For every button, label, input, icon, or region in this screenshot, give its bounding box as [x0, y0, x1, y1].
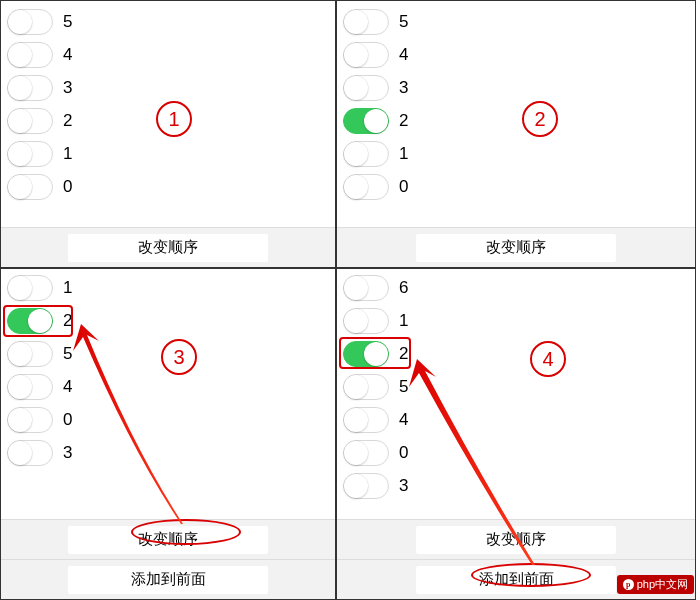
item-label: 5 — [399, 377, 408, 397]
toggle-switch[interactable] — [7, 275, 53, 301]
list-item: 1 — [343, 304, 689, 337]
list-item: 4 — [7, 370, 329, 403]
button-label: 改变顺序 — [138, 238, 198, 257]
list-item: 4 — [7, 38, 329, 71]
watermark: p php中文网 — [617, 575, 694, 594]
change-order-button[interactable]: 改变顺序 — [416, 526, 616, 554]
toggle-switch[interactable] — [343, 108, 389, 134]
toggle-switch[interactable] — [343, 440, 389, 466]
item-label: 3 — [63, 78, 72, 98]
button-row: 改变顺序 — [1, 519, 335, 559]
button-label: 添加到前面 — [131, 570, 206, 589]
item-label: 1 — [63, 278, 72, 298]
annotation-badge-3: 3 — [161, 339, 197, 375]
list-item: 1 — [7, 137, 329, 170]
toggle-switch[interactable] — [7, 108, 53, 134]
list-item: 3 — [343, 469, 689, 502]
list-item: 1 — [343, 137, 689, 170]
change-order-button[interactable]: 改变顺序 — [416, 234, 616, 262]
list-item: 3 — [7, 436, 329, 469]
item-label: 3 — [63, 443, 72, 463]
item-label: 0 — [399, 177, 408, 197]
item-label: 2 — [63, 311, 72, 331]
annotation-badge-2: 2 — [522, 101, 558, 137]
toggle-switch[interactable] — [343, 308, 389, 334]
change-order-button[interactable]: 改变顺序 — [68, 526, 268, 554]
list-item: 0 — [7, 170, 329, 203]
badge-number: 2 — [534, 108, 545, 131]
list-item: 5 — [7, 5, 329, 38]
badge-number: 4 — [542, 348, 553, 371]
toggle-switch[interactable] — [343, 407, 389, 433]
list-item: 2 — [343, 337, 689, 370]
item-label: 4 — [399, 45, 408, 65]
toggle-switch[interactable] — [343, 275, 389, 301]
toggle-switch[interactable] — [343, 174, 389, 200]
list-item: 1 — [7, 271, 329, 304]
annotation-badge-1: 1 — [156, 101, 192, 137]
list-item: 3 — [7, 71, 329, 104]
add-to-front-button[interactable]: 添加到前面 — [416, 566, 616, 594]
toggle-switch[interactable] — [343, 473, 389, 499]
button-label: 添加到前面 — [479, 570, 554, 589]
item-label: 2 — [63, 111, 72, 131]
list-area: 6 1 2 5 4 0 3 — [337, 269, 695, 519]
toggle-switch[interactable] — [343, 42, 389, 68]
list-item: 6 — [343, 271, 689, 304]
item-label: 5 — [399, 12, 408, 32]
panel-3: 1 2 5 4 0 3 — [0, 268, 336, 600]
button-row: 添加到前面 — [1, 559, 335, 599]
list-item: 3 — [343, 71, 689, 104]
toggle-switch[interactable] — [343, 75, 389, 101]
button-label: 改变顺序 — [138, 530, 198, 549]
toggle-switch[interactable] — [7, 407, 53, 433]
button-label: 改变顺序 — [486, 238, 546, 257]
watermark-text: php中文网 — [637, 577, 688, 592]
item-label: 0 — [63, 410, 72, 430]
toggle-switch[interactable] — [343, 141, 389, 167]
button-row: 改变顺序 — [337, 227, 695, 267]
toggle-switch[interactable] — [343, 341, 389, 367]
item-label: 4 — [63, 45, 72, 65]
button-label: 改变顺序 — [486, 530, 546, 549]
toggle-switch[interactable] — [7, 440, 53, 466]
toggle-switch[interactable] — [7, 9, 53, 35]
badge-number: 3 — [173, 346, 184, 369]
item-label: 3 — [399, 78, 408, 98]
list-item: 5 — [343, 370, 689, 403]
item-label: 1 — [399, 144, 408, 164]
toggle-switch[interactable] — [7, 141, 53, 167]
item-label: 5 — [63, 344, 72, 364]
item-label: 0 — [63, 177, 72, 197]
list-area: 5 4 3 2 1 0 — [337, 1, 695, 227]
item-label: 6 — [399, 278, 408, 298]
list-item: 0 — [343, 170, 689, 203]
list-item: 5 — [343, 5, 689, 38]
item-label: 2 — [399, 344, 408, 364]
list-item: 0 — [7, 403, 329, 436]
annotation-badge-4: 4 — [530, 341, 566, 377]
list-item: 0 — [343, 436, 689, 469]
toggle-switch[interactable] — [7, 75, 53, 101]
list-item: 4 — [343, 38, 689, 71]
button-row: 改变顺序 — [337, 519, 695, 559]
item-label: 1 — [399, 311, 408, 331]
change-order-button[interactable]: 改变顺序 — [68, 234, 268, 262]
list-item: 2 — [343, 104, 689, 137]
item-label: 2 — [399, 111, 408, 131]
item-label: 0 — [399, 443, 408, 463]
list-item: 4 — [343, 403, 689, 436]
toggle-switch[interactable] — [7, 174, 53, 200]
toggle-switch[interactable] — [343, 374, 389, 400]
add-to-front-button[interactable]: 添加到前面 — [68, 566, 268, 594]
toggle-switch[interactable] — [7, 341, 53, 367]
toggle-switch[interactable] — [7, 374, 53, 400]
toggle-switch[interactable] — [343, 9, 389, 35]
toggle-switch[interactable] — [7, 308, 53, 334]
list-area: 1 2 5 4 0 3 — [1, 269, 335, 519]
button-row: 改变顺序 — [1, 227, 335, 267]
item-label: 1 — [63, 144, 72, 164]
toggle-switch[interactable] — [7, 42, 53, 68]
item-label: 4 — [63, 377, 72, 397]
panel-4: 6 1 2 5 4 0 3 — [336, 268, 696, 600]
